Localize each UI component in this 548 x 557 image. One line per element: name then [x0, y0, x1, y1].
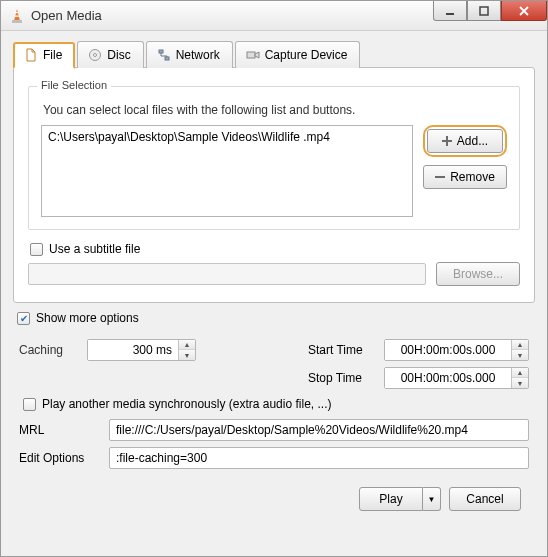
file-icon	[24, 48, 38, 62]
caching-spinner[interactable]: ▲▼	[87, 339, 196, 361]
window-controls	[433, 1, 547, 21]
stop-time-label: Stop Time	[308, 371, 376, 385]
show-more-checkbox[interactable]	[17, 312, 30, 325]
mrl-label: MRL	[19, 423, 99, 437]
file-selection-group: File Selection You can select local file…	[28, 86, 520, 230]
file-selection-title: File Selection	[37, 79, 111, 91]
tab-network[interactable]: Network	[146, 41, 233, 68]
browse-button-label: Browse...	[453, 267, 503, 281]
tab-network-label: Network	[176, 48, 220, 62]
edit-options-field[interactable]: :file-caching=300	[109, 447, 529, 469]
svg-rect-14	[442, 140, 452, 142]
tab-file[interactable]: File	[13, 42, 75, 69]
add-button-highlight: Add...	[423, 125, 507, 157]
remove-button[interactable]: Remove	[423, 165, 507, 189]
file-list[interactable]: C:\Users\payal\Desktop\Sample Videos\Wil…	[41, 125, 413, 217]
tab-capture-label: Capture Device	[265, 48, 348, 62]
caching-up[interactable]: ▲	[179, 340, 195, 350]
cancel-button-label: Cancel	[466, 492, 503, 506]
advanced-options: Caching ▲▼ Start Time ▲▼ Stop Time	[13, 327, 535, 477]
maximize-button[interactable]	[467, 1, 501, 21]
play-dropdown[interactable]: ▼	[423, 487, 441, 511]
svg-rect-5	[480, 7, 488, 15]
svg-point-9	[94, 53, 97, 56]
browse-button: Browse...	[436, 262, 520, 286]
stop-time-input[interactable]	[385, 368, 511, 388]
subtitle-checkbox[interactable]	[30, 243, 43, 256]
file-tab-panel: File Selection You can select local file…	[13, 67, 535, 303]
dialog-footer: Play ▼ Cancel	[13, 477, 535, 523]
add-button[interactable]: Add...	[427, 129, 503, 153]
stop-time-spinner[interactable]: ▲▼	[384, 367, 529, 389]
cancel-button[interactable]: Cancel	[449, 487, 521, 511]
svg-rect-11	[165, 57, 169, 60]
start-time-spinner[interactable]: ▲▼	[384, 339, 529, 361]
play-button[interactable]: Play	[359, 487, 423, 511]
window-title: Open Media	[31, 8, 102, 23]
svg-rect-4	[446, 13, 454, 15]
play-split-button: Play ▼	[359, 487, 441, 511]
titlebar: Open Media	[1, 1, 547, 31]
tab-capture[interactable]: Capture Device	[235, 41, 361, 68]
play-button-label: Play	[379, 492, 402, 506]
start-time-label: Start Time	[308, 343, 376, 357]
remove-button-label: Remove	[450, 170, 495, 184]
svg-rect-12	[247, 52, 255, 58]
subtitle-checkbox-label: Use a subtitle file	[49, 242, 140, 256]
caching-label: Caching	[19, 343, 87, 357]
plus-icon	[442, 136, 452, 146]
svg-rect-1	[12, 20, 22, 23]
tab-disc-label: Disc	[107, 48, 130, 62]
minimize-button[interactable]	[433, 1, 467, 21]
close-button[interactable]	[501, 1, 547, 21]
svg-marker-0	[14, 9, 20, 21]
minus-icon	[435, 176, 445, 178]
tab-file-label: File	[43, 48, 62, 62]
start-up[interactable]: ▲	[512, 340, 528, 350]
stop-down[interactable]: ▼	[512, 378, 528, 388]
caching-input[interactable]	[88, 340, 178, 360]
start-down[interactable]: ▼	[512, 350, 528, 360]
svg-rect-10	[159, 50, 163, 53]
add-button-label: Add...	[457, 134, 488, 148]
subtitle-path-field	[28, 263, 426, 285]
svg-rect-3	[15, 15, 20, 16]
disc-icon	[88, 48, 102, 62]
file-selection-help: You can select local files with the foll…	[43, 103, 507, 117]
tab-disc[interactable]: Disc	[77, 41, 143, 68]
tab-bar: File Disc Network Capture Device	[13, 41, 535, 68]
svg-rect-2	[15, 12, 19, 13]
show-more-label: Show more options	[36, 311, 139, 325]
capture-icon	[246, 48, 260, 62]
vlc-cone-icon	[9, 8, 25, 24]
caching-down[interactable]: ▼	[179, 350, 195, 360]
synch-label: Play another media synchronously (extra …	[42, 397, 331, 411]
file-list-item[interactable]: C:\Users\payal\Desktop\Sample Videos\Wil…	[48, 130, 406, 144]
synch-checkbox[interactable]	[23, 398, 36, 411]
mrl-field[interactable]: file:///C:/Users/payal/Desktop/Sample%20…	[109, 419, 529, 441]
content-area: File Disc Network Capture Device File Se…	[1, 31, 547, 556]
network-icon	[157, 48, 171, 62]
edit-options-label: Edit Options	[19, 451, 99, 465]
stop-up[interactable]: ▲	[512, 368, 528, 378]
start-time-input[interactable]	[385, 340, 511, 360]
open-media-window: Open Media File Disc Network Capture Dev	[0, 0, 548, 557]
